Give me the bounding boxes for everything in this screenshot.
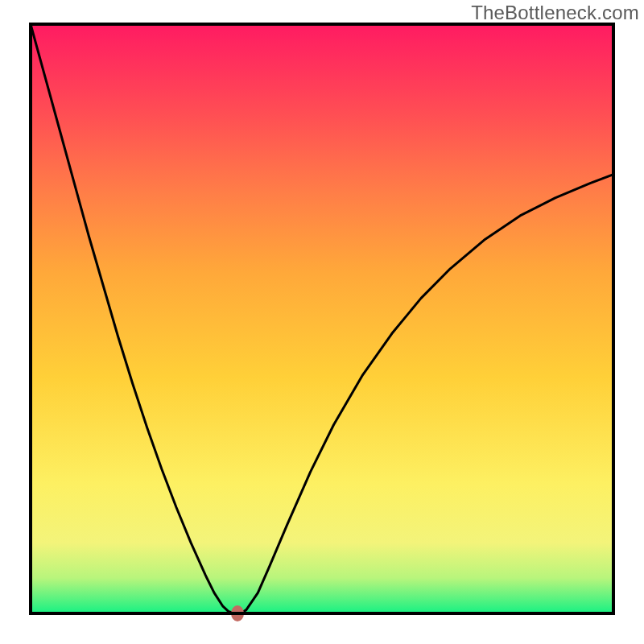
watermark-text: TheBottleneck.com	[471, 2, 639, 24]
plot-background	[31, 24, 613, 613]
chart-container: TheBottleneck.com	[0, 0, 644, 644]
chart-svg	[0, 0, 644, 644]
